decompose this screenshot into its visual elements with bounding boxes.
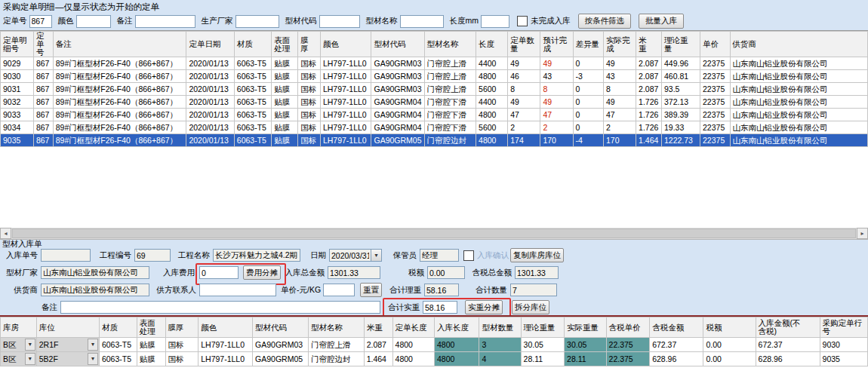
table-row[interactable]: 902986789#门框型材F26-F40（866+867）2020/01/13…	[1, 57, 868, 70]
cell[interactable]: 4400	[476, 57, 508, 70]
column-header[interactable]: 实际完 成	[603, 32, 636, 57]
table-row[interactable]: 903386789#门框型材F26-F40（866+867）2020/01/13…	[1, 109, 868, 121]
cell[interactable]: 43	[603, 70, 636, 83]
cell[interactable]: 9029	[1, 57, 34, 70]
cell[interactable]: 1222.73	[661, 134, 700, 147]
column-header[interactable]: 颜色	[320, 32, 371, 57]
cell[interactable]: 山东南山铝业股份有限公司	[730, 57, 867, 70]
cell[interactable]: 22375	[700, 83, 730, 96]
cell[interactable]: 30.05	[521, 338, 564, 352]
cell[interactable]: 2020/01/13	[186, 83, 234, 96]
cell[interactable]: 2.087	[636, 83, 662, 96]
column-header[interactable]: 米重	[364, 317, 392, 338]
inbound-no-input[interactable]	[41, 249, 91, 262]
cell[interactable]: 22375	[700, 96, 730, 109]
scroll-left-icon[interactable]: ◂	[0, 228, 11, 239]
cell[interactable]: 93.5	[661, 83, 700, 96]
column-header[interactable]: 型材数量	[479, 317, 521, 338]
cell[interactable]: 628.96	[650, 352, 703, 366]
project-name-input[interactable]	[213, 249, 300, 262]
cell[interactable]: 6063-T5	[234, 57, 271, 70]
cell[interactable]: 4800	[435, 338, 479, 352]
cell[interactable]: 贴膜	[137, 352, 165, 366]
split-location-button[interactable]: 拆分库位	[512, 300, 549, 314]
cell[interactable]: 0.00	[703, 352, 756, 366]
column-header[interactable]: 定单日期	[186, 32, 234, 57]
filter-color-input[interactable]	[76, 15, 111, 28]
cell[interactable]: 2020/01/13	[186, 70, 234, 83]
filter-manufacturer-input[interactable]	[235, 15, 279, 28]
filter-profile-code-input[interactable]	[319, 15, 360, 28]
cell[interactable]: 国标	[298, 70, 321, 83]
cell[interactable]: LH797-1LL0	[320, 57, 371, 70]
column-header[interactable]: 预计完 成	[540, 32, 573, 57]
cell[interactable]: 0	[573, 96, 603, 109]
column-header[interactable]: 入库长度	[435, 317, 479, 338]
cell[interactable]: 6063-T5	[99, 352, 137, 366]
cell[interactable]: GA90GRM05	[253, 352, 309, 366]
cell[interactable]: 89#门框型材F26-F40（866+867）	[53, 121, 186, 134]
cell[interactable]: 6063-T5	[234, 96, 271, 109]
dropdown-arrow-icon[interactable]: ▾	[25, 353, 35, 365]
cell[interactable]: 8	[508, 83, 540, 96]
profile-manufacturer-input[interactable]	[41, 266, 149, 279]
cell[interactable]: 867	[33, 109, 53, 121]
cell[interactable]: 4400	[476, 96, 508, 109]
cell[interactable]: 9030	[820, 338, 867, 352]
cell[interactable]: 2.087	[636, 70, 662, 83]
unit-price-input[interactable]	[323, 284, 355, 296]
cell[interactable]: 2020/01/13	[186, 121, 234, 134]
cell[interactable]: 山东南山铝业股份有限公司	[730, 134, 867, 147]
cell[interactable]: GA90GRM03	[253, 338, 309, 352]
cell[interactable]: 49	[540, 57, 573, 70]
cell[interactable]: 9035	[820, 352, 867, 366]
cell[interactable]: 89#门框型材F26-F40（866+867）	[53, 57, 186, 70]
inbound-fee-input[interactable]	[199, 266, 239, 279]
cell[interactable]: 389.39	[661, 109, 700, 121]
cell[interactable]: 6063-T5	[234, 121, 271, 134]
cell[interactable]: 国标	[298, 134, 321, 147]
cell[interactable]: 6063-T5	[234, 134, 271, 147]
cell[interactable]: LH797-1LL0	[320, 134, 371, 147]
cell[interactable]: LH797-1LL0	[320, 109, 371, 121]
cell[interactable]: 国标	[298, 57, 321, 70]
cell[interactable]: 1.464	[364, 352, 392, 366]
cell[interactable]: 49	[603, 96, 636, 109]
cell[interactable]: 门帘腔边封	[424, 134, 476, 147]
column-header[interactable]: 库房	[1, 317, 37, 338]
cell[interactable]: 9031	[1, 83, 34, 96]
date-input[interactable]	[329, 249, 371, 262]
cell[interactable]: 山东南山铝业股份有限公司	[730, 83, 867, 96]
cell[interactable]: 47	[508, 109, 540, 121]
remark-input[interactable]	[60, 301, 380, 314]
cell[interactable]: 3	[479, 338, 521, 352]
column-header[interactable]: 材质	[99, 317, 137, 338]
cell[interactable]: 2020/01/13	[186, 134, 234, 147]
cell[interactable]: 2.087	[364, 338, 392, 352]
cell[interactable]: 国标	[298, 83, 321, 96]
column-header[interactable]: 税额	[703, 317, 756, 338]
cell[interactable]: 门帘腔上滑	[424, 57, 476, 70]
project-no-input[interactable]	[134, 249, 171, 262]
cell[interactable]: GA90GRM05	[371, 134, 424, 147]
cell[interactable]: B区▾	[1, 352, 37, 366]
cell[interactable]: 89#门框型材F26-F40（866+867）	[53, 109, 186, 121]
cell[interactable]: 867	[33, 134, 53, 147]
cell[interactable]: GA90GRM03	[371, 57, 424, 70]
inbound-confirm-checkbox[interactable]	[463, 250, 474, 261]
column-header[interactable]: 表面 处理	[272, 32, 298, 57]
table-row[interactable]: 903186789#门框型材F26-F40（866+867）2020/01/13…	[1, 83, 868, 96]
cell[interactable]: 2020/01/13	[186, 96, 234, 109]
cell[interactable]: 8	[603, 83, 636, 96]
column-header[interactable]: 差异量	[573, 32, 603, 57]
cell[interactable]: 9032	[1, 96, 34, 109]
table-row[interactable]: 903486789#门框型材F26-F40（866+867）2020/01/13…	[1, 121, 868, 134]
cell[interactable]: 门帘腔上滑	[424, 83, 476, 96]
cell[interactable]: 174	[508, 134, 540, 147]
column-header[interactable]: 供货商	[730, 32, 867, 57]
cell[interactable]: 89#门框型材F26-F40（866+867）	[53, 96, 186, 109]
column-header[interactable]: 备注	[53, 32, 186, 57]
cell[interactable]: 867	[33, 70, 53, 83]
fee-share-button[interactable]: 费用分摊	[243, 265, 281, 280]
cell[interactable]: 贴膜	[272, 57, 298, 70]
